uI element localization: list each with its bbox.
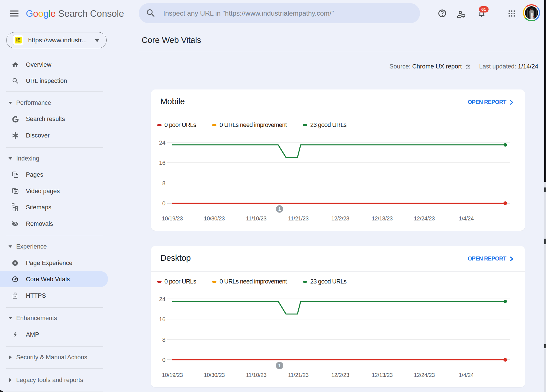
svg-text:0: 0 xyxy=(162,200,166,207)
svg-text:16: 16 xyxy=(159,159,166,166)
svg-text:12/2/23: 12/2/23 xyxy=(331,372,349,378)
svg-text:1: 1 xyxy=(278,207,281,212)
svg-text:10/30/23: 10/30/23 xyxy=(204,372,225,378)
svg-text:1/4/24: 1/4/24 xyxy=(459,215,474,222)
svg-text:11/21/23: 11/21/23 xyxy=(288,215,309,222)
svg-text:0: 0 xyxy=(162,356,166,363)
svg-text:10/30/23: 10/30/23 xyxy=(204,215,225,222)
svg-text:10/19/23: 10/19/23 xyxy=(162,372,183,378)
svg-text:12/2/23: 12/2/23 xyxy=(331,215,349,222)
svg-text:24: 24 xyxy=(159,139,166,146)
svg-text:12/13/23: 12/13/23 xyxy=(372,215,393,222)
svg-text:12/13/23: 12/13/23 xyxy=(372,372,393,378)
svg-text:8: 8 xyxy=(162,336,166,343)
svg-text:1: 1 xyxy=(278,363,281,368)
svg-text:24: 24 xyxy=(159,296,166,302)
svg-text:11/10/23: 11/10/23 xyxy=(246,372,266,378)
svg-text:16: 16 xyxy=(159,316,166,322)
svg-text:11/21/23: 11/21/23 xyxy=(288,372,309,378)
svg-text:1/4/24: 1/4/24 xyxy=(459,372,474,378)
svg-text:11/10/23: 11/10/23 xyxy=(246,215,266,222)
svg-text:8: 8 xyxy=(162,180,166,186)
svg-text:12/24/23: 12/24/23 xyxy=(414,372,435,378)
svg-text:10/19/23: 10/19/23 xyxy=(162,215,183,222)
svg-text:12/24/23: 12/24/23 xyxy=(414,215,435,222)
